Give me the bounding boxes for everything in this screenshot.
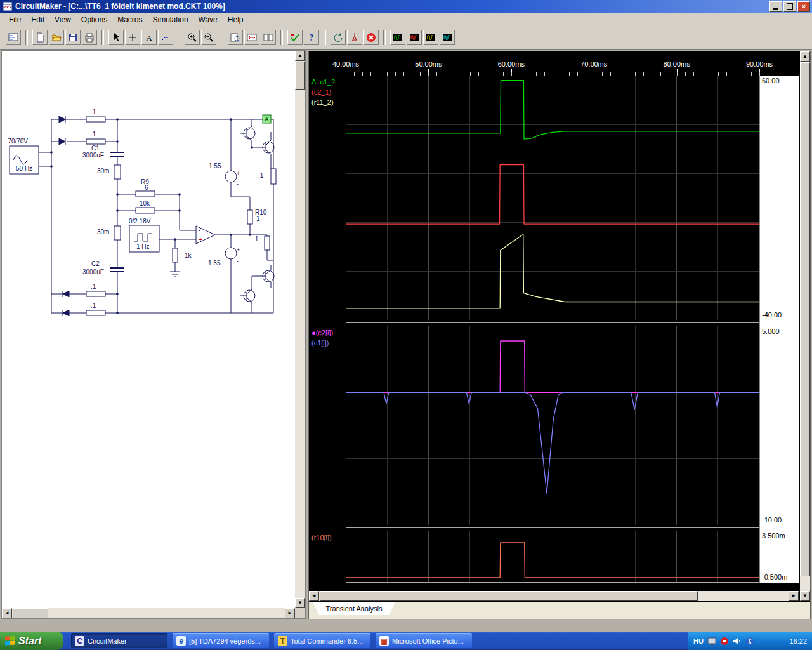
probe-button[interactable] xyxy=(347,30,362,45)
schematic-vertical-scrollbar[interactable]: ▲ ▼ xyxy=(295,51,305,608)
split-view-icon xyxy=(263,32,273,43)
scope-b-button[interactable] xyxy=(407,30,422,45)
zoom-out-button[interactable] xyxy=(201,30,216,45)
bluetooth-tray-icon[interactable] xyxy=(745,637,754,646)
taskbar-item-label: [5] TDA7294 végerős... xyxy=(189,637,261,645)
schematic-capture-button[interactable] xyxy=(6,30,21,45)
time-tick-label: 50.00ms xyxy=(415,60,442,68)
taskbar-item-browser[interactable]: e [5] TDA7294 végerős... xyxy=(173,633,269,648)
menu-simulation[interactable]: Simulation xyxy=(148,14,193,25)
rules-check-button[interactable] xyxy=(287,30,303,45)
open-button[interactable] xyxy=(49,30,64,45)
scrollbar-thumb[interactable] xyxy=(295,62,305,90)
resistor-label: 10k xyxy=(140,200,150,207)
scroll-right-button[interactable]: ► xyxy=(789,591,799,601)
waveform-horizontal-scrollbar[interactable]: ◄ ► xyxy=(309,591,799,601)
scroll-left-button[interactable]: ◄ xyxy=(309,591,319,601)
start-button[interactable]: Start xyxy=(0,632,63,650)
voltage-plot[interactable] xyxy=(346,76,759,320)
pulse-range-label: 0/2.18V xyxy=(129,218,151,225)
scroll-down-button[interactable]: ▼ xyxy=(800,591,810,601)
scroll-left-button[interactable]: ◄ xyxy=(2,608,12,618)
language-indicator[interactable]: HU xyxy=(693,637,704,645)
taskbar-item-picture-manager[interactable]: ▣ Microsoft Office Pictu... xyxy=(376,633,472,648)
legend-entry[interactable]: (c2_1) xyxy=(311,88,331,96)
place-text-button[interactable]: A xyxy=(141,30,157,45)
scroll-down-button[interactable]: ▼ xyxy=(295,598,305,608)
menu-bar: File Edit View Options Macros Simulation… xyxy=(0,13,812,27)
legend-entry[interactable]: ●(c2[i]) xyxy=(311,329,333,336)
split-window-button[interactable] xyxy=(261,30,276,45)
resistor-label: 30m xyxy=(97,168,109,175)
taskbar-item-total-commander[interactable]: T Total Commander 6.5... xyxy=(274,633,370,648)
waveform-red-icon xyxy=(409,32,419,43)
taskbar-item-circuitmaker[interactable]: C CircuitMaker xyxy=(71,633,167,648)
scrollbar-thumb[interactable] xyxy=(320,591,698,601)
legend-entry[interactable]: (c1[i]) xyxy=(311,339,329,347)
select-button[interactable] xyxy=(108,30,124,45)
scrollbar-thumb[interactable] xyxy=(800,62,810,576)
rotate-button[interactable] xyxy=(331,30,346,45)
resistor-label: 1k xyxy=(185,252,192,259)
waveform-yellow-icon xyxy=(426,32,436,43)
r10-current-plot[interactable] xyxy=(346,531,759,582)
menu-view[interactable]: View xyxy=(49,14,76,25)
place-part-button[interactable] xyxy=(125,30,140,45)
volume-tray-icon[interactable] xyxy=(733,637,742,646)
help-icon: ? xyxy=(306,32,317,43)
menu-wave[interactable]: Wave xyxy=(193,14,223,25)
scope-a-button[interactable] xyxy=(390,30,405,45)
menu-help[interactable]: Help xyxy=(223,14,249,25)
source-freq-label: 50 Hz xyxy=(16,165,32,172)
schematic-canvas[interactable]: -70/70V 50 Hz .1 .1 C1 3000uF 30m R9 6 1… xyxy=(2,51,295,608)
y-max-label: 60.00 xyxy=(762,77,780,84)
resistor xyxy=(136,191,155,197)
current-plot[interactable] xyxy=(346,326,759,525)
taskbar-clock[interactable]: 16:22 xyxy=(789,637,807,645)
legend-entry[interactable]: (r11_2) xyxy=(311,98,334,106)
schematic-horizontal-scrollbar[interactable]: ◄ ► xyxy=(2,608,295,618)
resistor xyxy=(86,117,105,122)
restore-button[interactable] xyxy=(783,1,796,12)
zoom-in-button[interactable] xyxy=(185,30,200,45)
new-button[interactable] xyxy=(32,30,48,45)
close-button[interactable]: × xyxy=(797,1,810,12)
stop-simulation-button[interactable] xyxy=(363,30,379,45)
transient-analysis-tab[interactable]: Transient Analysis xyxy=(313,602,395,615)
print-button[interactable] xyxy=(82,30,97,45)
scope-d-button[interactable] xyxy=(440,30,455,45)
menu-file[interactable]: File xyxy=(4,14,26,25)
scroll-right-button[interactable]: ► xyxy=(285,608,295,618)
zoom-fit-button[interactable] xyxy=(244,30,259,45)
resistor xyxy=(247,210,252,224)
minimize-button[interactable] xyxy=(769,1,782,12)
rotate-icon xyxy=(333,32,343,43)
scroll-up-button[interactable]: ▲ xyxy=(800,51,810,62)
waveform-vertical-scrollbar[interactable]: ▲ ▼ xyxy=(800,51,810,601)
schematic-icon xyxy=(8,32,18,43)
help-button[interactable]: ? xyxy=(304,30,319,45)
r10-value-label: 1 xyxy=(256,215,260,222)
c2-name-label: C2 xyxy=(91,260,100,267)
scope-c-button[interactable] xyxy=(423,30,438,45)
menu-macros[interactable]: Macros xyxy=(112,14,147,25)
scroll-up-button[interactable]: ▲ xyxy=(295,51,305,61)
legend-entry[interactable]: (r10[i]) xyxy=(311,534,332,541)
menu-options[interactable]: Options xyxy=(76,14,112,25)
wires xyxy=(39,119,273,313)
draw-wire-button[interactable] xyxy=(158,30,173,45)
legend-entry[interactable]: A: c1_2 xyxy=(311,78,335,86)
time-tick-label: 80.00ms xyxy=(663,60,690,68)
v1-value-label: 1.55 xyxy=(209,162,221,169)
new-document-icon xyxy=(35,32,45,43)
antivirus-tray-icon[interactable] xyxy=(720,637,729,646)
toolbar-separator xyxy=(383,30,386,45)
scrollbar-corner xyxy=(295,608,305,618)
zoom-window-button[interactable] xyxy=(228,30,243,45)
menu-edit[interactable]: Edit xyxy=(26,14,49,25)
plot-separator xyxy=(346,527,759,528)
title-bar[interactable]: CircuitMaker - [C:...\TT6_1 földelt kime… xyxy=(0,0,812,13)
scrollbar-thumb[interactable] xyxy=(13,608,48,618)
save-button[interactable] xyxy=(65,30,81,45)
display-tray-icon[interactable] xyxy=(707,637,716,646)
